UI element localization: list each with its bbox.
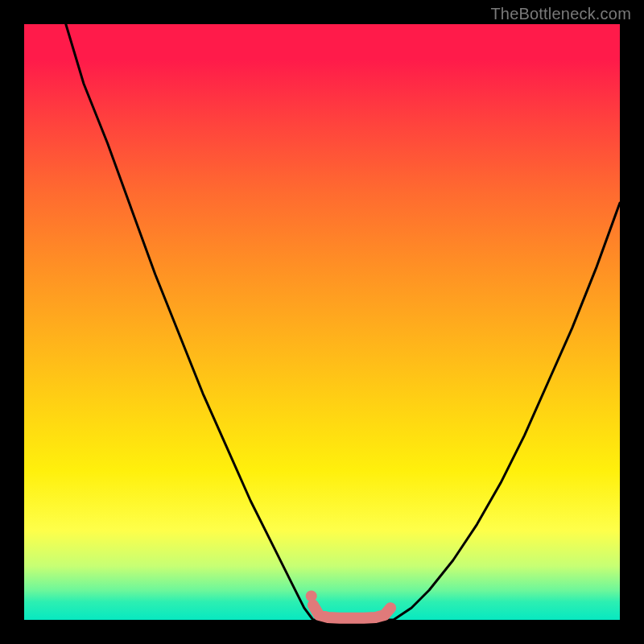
watermark-text: TheBottleneck.com xyxy=(490,5,631,23)
bottom-marker-squiggle xyxy=(313,605,390,618)
chart-svg xyxy=(24,24,620,620)
bottleneck-curve xyxy=(66,24,620,620)
plot-area xyxy=(24,24,620,620)
marker-dot xyxy=(306,590,317,601)
outer-frame: TheBottleneck.com xyxy=(0,0,644,644)
